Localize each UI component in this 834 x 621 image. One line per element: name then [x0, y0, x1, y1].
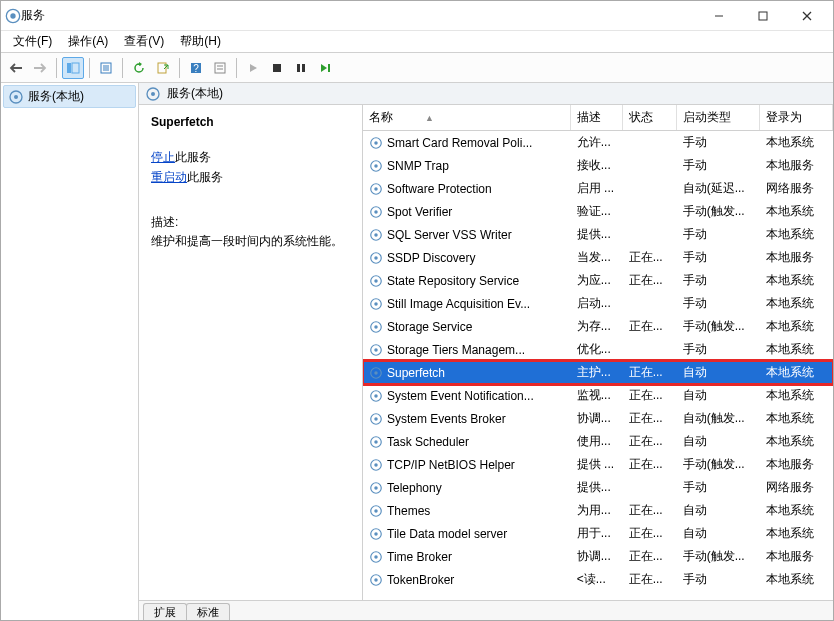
table-row[interactable]: Telephony提供...手动网络服务	[363, 476, 833, 499]
table-row[interactable]: SSDP Discovery当发...正在...手动本地服务	[363, 246, 833, 269]
table-row[interactable]: Time Broker协调...正在...手动(触发...本地服务	[363, 545, 833, 568]
restart-service-button[interactable]	[314, 57, 336, 79]
table-header-row: 名称▲ 描述 状态 启动类型 登录为	[363, 105, 833, 131]
cell-name: Smart Card Removal Poli...	[363, 131, 571, 155]
cell-logon: 本地系统	[760, 430, 833, 453]
svg-rect-18	[273, 64, 281, 72]
table-row[interactable]: SQL Server VSS Writer提供...手动本地系统	[363, 223, 833, 246]
service-icon	[369, 228, 387, 242]
svg-point-35	[374, 233, 378, 237]
nav-item-services-local[interactable]: 服务(本地)	[3, 85, 136, 108]
table-row[interactable]: SNMP Trap接收...手动本地服务	[363, 154, 833, 177]
minimize-button[interactable]	[697, 2, 741, 30]
cell-desc: 允许...	[571, 131, 623, 155]
service-icon	[369, 389, 387, 403]
cell-status: 正在...	[623, 361, 677, 384]
col-name[interactable]: 名称▲	[363, 105, 571, 131]
help2-button[interactable]	[209, 57, 231, 79]
cell-name: Superfetch	[363, 361, 571, 384]
services-table-wrap[interactable]: 名称▲ 描述 状态 启动类型 登录为 Smart Card Removal Po…	[363, 105, 833, 600]
col-desc[interactable]: 描述	[571, 105, 623, 131]
cell-status: 正在...	[623, 269, 677, 292]
service-icon	[369, 297, 387, 311]
table-row[interactable]: Storage Tiers Managem...优化...手动本地系统	[363, 338, 833, 361]
export-button[interactable]	[152, 57, 174, 79]
svg-rect-19	[297, 64, 300, 72]
services-table: 名称▲ 描述 状态 启动类型 登录为 Smart Card Removal Po…	[363, 105, 833, 591]
svg-point-51	[374, 417, 378, 421]
cell-startup: 自动(延迟...	[677, 177, 760, 200]
svg-point-29	[374, 164, 378, 168]
cell-startup: 手动	[677, 154, 760, 177]
col-logon[interactable]: 登录为	[760, 105, 833, 131]
cell-startup: 手动(触发...	[677, 315, 760, 338]
cell-startup: 手动(触发...	[677, 200, 760, 223]
col-status[interactable]: 状态	[623, 105, 677, 131]
cell-status: 正在...	[623, 568, 677, 591]
cell-desc: 主护...	[571, 361, 623, 384]
table-row[interactable]: Superfetch主护...正在...自动本地系统	[363, 361, 833, 384]
selected-service-name: Superfetch	[151, 115, 350, 129]
table-row[interactable]: Smart Card Removal Poli...允许...手动本地系统	[363, 131, 833, 155]
table-row[interactable]: Still Image Acquisition Ev...启动...手动本地系统	[363, 292, 833, 315]
service-icon	[369, 458, 387, 472]
menu-help[interactable]: 帮助(H)	[172, 31, 229, 52]
cell-name: SSDP Discovery	[363, 246, 571, 269]
svg-rect-15	[215, 63, 225, 73]
table-row[interactable]: State Repository Service为应...正在...手动本地系统	[363, 269, 833, 292]
tab-extended[interactable]: 扩展	[143, 603, 187, 620]
stop-link[interactable]: 停止	[151, 150, 175, 164]
cell-startup: 手动	[677, 568, 760, 591]
table-row[interactable]: Storage Service为存...正在...手动(触发...本地系统	[363, 315, 833, 338]
back-button[interactable]	[5, 57, 27, 79]
table-row[interactable]: Software Protection启用 ...自动(延迟...网络服务	[363, 177, 833, 200]
toolbar-separator	[236, 58, 237, 78]
service-icon	[369, 274, 387, 288]
table-row[interactable]: Spot Verifier验证...手动(触发...本地系统	[363, 200, 833, 223]
service-actions: 停止此服务 重启动此服务	[151, 147, 350, 188]
tab-standard[interactable]: 标准	[186, 603, 230, 620]
table-row[interactable]: Tile Data model server用于...正在...自动本地系统	[363, 522, 833, 545]
cell-desc: 验证...	[571, 200, 623, 223]
menu-view[interactable]: 查看(V)	[116, 31, 172, 52]
help-button[interactable]: ?	[185, 57, 207, 79]
table-row[interactable]: System Events Broker协调...正在...自动(触发...本地…	[363, 407, 833, 430]
start-service-button[interactable]	[242, 57, 264, 79]
window-controls	[697, 2, 829, 30]
table-row[interactable]: Themes为用...正在...自动本地系统	[363, 499, 833, 522]
svg-point-1	[10, 13, 15, 18]
sort-asc-icon: ▲	[425, 113, 434, 123]
window-title: 服务	[21, 7, 697, 24]
pause-service-button[interactable]	[290, 57, 312, 79]
main-header: 服务(本地)	[139, 83, 833, 105]
cell-name: Spot Verifier	[363, 200, 571, 223]
services-window: 服务 文件(F) 操作(A) 查看(V) 帮助(H) ?	[0, 0, 834, 621]
main-body: Superfetch 停止此服务 重启动此服务 描述: 维护和提高一段时间内的系…	[139, 105, 833, 600]
table-row[interactable]: TokenBroker<读...正在...手动本地系统	[363, 568, 833, 591]
menu-action[interactable]: 操作(A)	[60, 31, 116, 52]
show-hide-tree-button[interactable]	[62, 57, 84, 79]
cell-startup: 手动	[677, 269, 760, 292]
menu-file[interactable]: 文件(F)	[5, 31, 60, 52]
restart-link[interactable]: 重启动	[151, 170, 187, 184]
cell-name: Still Image Acquisition Ev...	[363, 292, 571, 315]
cell-logon: 本地服务	[760, 154, 833, 177]
refresh-button[interactable]	[128, 57, 150, 79]
cell-desc: 协调...	[571, 545, 623, 568]
table-row[interactable]: TCP/IP NetBIOS Helper提供 ...正在...手动(触发...…	[363, 453, 833, 476]
cell-logon: 本地系统	[760, 223, 833, 246]
table-row[interactable]: Task Scheduler使用...正在...自动本地系统	[363, 430, 833, 453]
table-row[interactable]: System Event Notification...监视...正在...自动…	[363, 384, 833, 407]
services-icon	[8, 89, 24, 105]
col-startup[interactable]: 启动类型	[677, 105, 760, 131]
close-button[interactable]	[785, 2, 829, 30]
stop-service-button[interactable]	[266, 57, 288, 79]
cell-status: 正在...	[623, 522, 677, 545]
cell-startup: 手动	[677, 292, 760, 315]
desc-text: 维护和提高一段时间内的系统性能。	[151, 233, 350, 250]
properties-button[interactable]	[95, 57, 117, 79]
cell-logon: 网络服务	[760, 177, 833, 200]
forward-button[interactable]	[29, 57, 51, 79]
maximize-button[interactable]	[741, 2, 785, 30]
svg-point-55	[374, 463, 378, 467]
